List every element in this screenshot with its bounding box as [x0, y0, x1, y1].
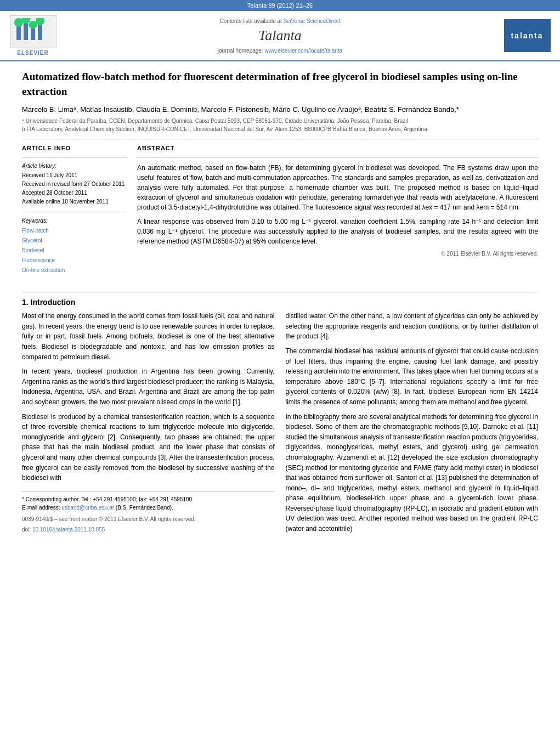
footnote-email: E-mail address: usband@criba.edu.ar (B.S… — [22, 504, 275, 512]
abstract-para-1: An automatic method, based on flow-batch… — [137, 163, 538, 212]
body-para-right-2: The commercial biodiesel has residual am… — [286, 346, 539, 408]
keyword-4[interactable]: Fluorescence — [22, 256, 126, 265]
body-para-2: In recent years, biodiesel production in… — [22, 366, 275, 407]
homepage-line: journal homepage: www.elsevier.com/locat… — [218, 46, 342, 55]
received-date: Received 11 July 2011 — [22, 171, 126, 180]
sciverse-link[interactable]: SciVerse ScienceDirect — [284, 18, 341, 24]
footnote-area: * Corresponding author. Tel.: +54 291 45… — [22, 491, 275, 512]
authors-line: Marcelo B. Limaᵃ, Matías Insaustib, Clau… — [22, 105, 538, 114]
affiliations: ᵃ Universidade Federal da Paraíba, CCEN,… — [22, 117, 538, 133]
accepted-date: Accepted 28 October 2011 — [22, 189, 126, 197]
body-para-3: Biodiesel is produced by a chemical tran… — [22, 412, 275, 483]
journal-topbar: Talanta 89 (2012) 21–26 — [0, 0, 560, 11]
email-suffix: (B.S. Fernández Band). — [116, 505, 173, 511]
history-label: Article history: — [22, 163, 126, 169]
doi-prefix: doi: — [22, 527, 31, 533]
elsevier-logo-area: ELSEVIER — [8, 15, 58, 56]
abstract-para-2: A linear response was observed from 0.10… — [137, 217, 538, 246]
divider-info — [22, 157, 126, 157]
article-info-column: ARTICLE INFO Article history: Received 1… — [22, 145, 126, 275]
divider-keywords — [22, 212, 126, 212]
revised-date: Received in revised form 27 October 2011 — [22, 180, 126, 189]
intro-columns: Most of the energy consumed in the world… — [22, 311, 538, 538]
svg-rect-1 — [24, 21, 28, 40]
main-body: 1. Introduction Most of the energy consu… — [0, 292, 560, 549]
footnote-corresponding: * Corresponding author. Tel.: +54 291 45… — [22, 495, 275, 504]
body-right-column: distilled water. On the other hand, a lo… — [286, 311, 539, 538]
elsevier-tree-icon — [14, 18, 52, 46]
affiliation-b: b FIA Laboratory, Analytical Chemistry S… — [22, 125, 538, 133]
talanta-logo-area: talanta — [502, 15, 552, 56]
abstract-body: An automatic method, based on flow-batch… — [137, 163, 538, 246]
article-history-section: Article history: Received 11 July 2011 R… — [22, 163, 126, 206]
talanta-logo: talanta — [504, 19, 551, 52]
divider-abstract — [137, 157, 538, 157]
article-info-heading: ARTICLE INFO — [22, 145, 126, 151]
intro-section-title: 1. Introduction — [22, 298, 538, 307]
journal-volume-info: Talanta 89 (2012) 21–26 — [247, 2, 313, 9]
journal-header: ELSEVIER Contents lists available at Sci… — [0, 11, 560, 61]
keyword-2[interactable]: Glycerol — [22, 236, 126, 246]
journal-center-info: Contents lists available at SciVerse Sci… — [63, 15, 497, 56]
authors-text: Marcelo B. Limaᵃ, Matías Insaustib, Clau… — [22, 105, 459, 114]
footer-doi: doi: 10.1016/j.talanta.2011.10.055 — [22, 527, 275, 533]
body-para-1: Most of the energy consumed in the world… — [22, 311, 275, 362]
email-link[interactable]: usband@criba.edu.ar — [61, 505, 114, 511]
keyword-3[interactable]: Biodiesel — [22, 246, 126, 256]
sciverse-line: Contents lists available at SciVerse Sci… — [219, 16, 340, 25]
body-para-right-3: In the bibliography there are several an… — [286, 412, 539, 534]
elsevier-logo-box — [10, 15, 56, 48]
body-left-column: Most of the energy consumed in the world… — [22, 311, 275, 538]
keyword-5[interactable]: On-line extraction — [22, 265, 126, 275]
footer-issn: 0039-9140/$ – see front matter © 2011 El… — [22, 516, 275, 522]
keyword-1[interactable]: Flow-batch — [22, 226, 126, 236]
keywords-label: Keywords: — [22, 218, 126, 224]
divider-body — [22, 292, 538, 292]
doi-link[interactable]: 10.1016/j.talanta.2011.10.055 — [32, 527, 105, 533]
email-prefix: E-mail address: — [22, 505, 61, 511]
article-title: Automatized flow-batch method for fluore… — [22, 70, 538, 99]
article-content: Automatized flow-batch method for fluore… — [0, 61, 560, 286]
abstract-column: ABSTRACT An automatic method, based on f… — [137, 145, 538, 275]
page-container: Talanta 89 (2012) 21–26 ELSEVIER — [0, 0, 560, 741]
body-para-right-1: distilled water. On the other hand, a lo… — [286, 311, 539, 342]
abstract-heading: ABSTRACT — [137, 145, 538, 151]
keywords-section: Keywords: Flow-batch Glycerol Biodiesel … — [22, 218, 126, 275]
article-meta-columns: ARTICLE INFO Article history: Received 1… — [22, 145, 538, 275]
sciverse-text: Contents lists available at — [219, 18, 283, 24]
copyright-line: © 2011 Elsevier B.V. All rights reserved… — [137, 251, 538, 257]
divider-1 — [22, 139, 538, 139]
homepage-link[interactable]: www.elsevier.com/locate/talanta — [264, 48, 342, 54]
affiliation-a: ᵃ Universidade Federal da Paraíba, CCEN,… — [22, 117, 538, 125]
homepage-text: journal homepage: — [218, 48, 265, 54]
journal-title: Talanta — [258, 27, 302, 44]
available-date: Available online 10 November 2011 — [22, 197, 126, 206]
elsevier-label: ELSEVIER — [17, 50, 48, 56]
